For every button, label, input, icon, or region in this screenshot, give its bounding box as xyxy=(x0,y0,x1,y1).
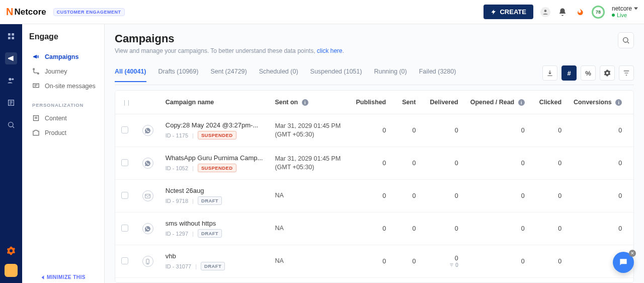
sidenav-item-label: Product xyxy=(45,129,66,136)
campaign-name: sms without https xyxy=(166,220,263,227)
tab-all[interactable]: All (40041) xyxy=(115,68,146,82)
create-button[interactable]: CREATE xyxy=(484,5,533,19)
delivered-filter[interactable]: 0 xyxy=(449,262,458,268)
cell-unsub xyxy=(628,180,634,213)
page-subtitle: View and manage your campaigns. To bette… xyxy=(115,47,344,54)
lightning-icon xyxy=(491,9,497,15)
tab-running[interactable]: Running (0) xyxy=(374,68,407,82)
cell-delivered: 0 xyxy=(422,213,464,245)
sent-on: Mar 31, 2029 01:45 PM(GMT +05:30) xyxy=(269,114,350,147)
chat-fab[interactable]: ✕ xyxy=(613,252,634,273)
brand-logo[interactable]: N Netcore xyxy=(6,6,46,18)
rail-settings[interactable] xyxy=(5,245,17,257)
col-published[interactable]: Published xyxy=(350,91,392,114)
info-icon[interactable]: i xyxy=(302,99,308,106)
topbar-right: CREATE 78 netcore Live xyxy=(484,5,638,19)
cell-delivered: 0 0 xyxy=(422,245,464,278)
cell-unsub xyxy=(628,114,634,147)
persona-icon[interactable] xyxy=(540,7,550,17)
info-icon[interactable]: i xyxy=(518,99,525,106)
cell-sent: 0 xyxy=(392,114,422,147)
bell-icon[interactable] xyxy=(557,7,568,17)
cell-published: 0 xyxy=(350,245,392,278)
tab-scheduled[interactable]: Scheduled (0) xyxy=(259,68,298,82)
table-row[interactable]: Nctest 26aug ID - 9718 | DRAFT NA 0 0 0 … xyxy=(115,180,634,213)
svg-point-10 xyxy=(38,73,39,75)
mode-percent-button[interactable]: % xyxy=(581,65,596,81)
rail-content[interactable] xyxy=(5,97,17,109)
svg-rect-1 xyxy=(8,33,11,36)
tab-failed[interactable]: Failed (3280) xyxy=(419,68,456,82)
cell-delivered: 0 xyxy=(422,114,464,147)
sidenav-title: Engage xyxy=(29,32,99,41)
tab-sent[interactable]: Sent (24729) xyxy=(210,68,247,82)
cell-clicked: 0 xyxy=(531,245,568,278)
topbar: N Netcore CUSTOMER ENGAGEMENT CREATE 78 … xyxy=(0,0,644,24)
info-icon[interactable]: i xyxy=(615,99,622,106)
create-button-label: CREATE xyxy=(500,8,526,16)
col-clicked[interactable]: Clicked xyxy=(531,91,568,114)
account-status: Live xyxy=(612,12,627,18)
delivered-stack: 0 0 xyxy=(428,255,458,268)
channel-whatsapp-icon xyxy=(142,125,153,136)
campaign-meta: ID - 9718 | DRAFT xyxy=(166,196,263,205)
sidenav-item-onsite[interactable]: On-site messages xyxy=(29,79,99,93)
row-checkbox[interactable] xyxy=(121,126,128,133)
col-conversions[interactable]: Conversions i xyxy=(568,91,628,114)
cell-delivered: 0 xyxy=(422,180,464,213)
download-button[interactable] xyxy=(542,65,557,81)
subtitle-link[interactable]: click here xyxy=(317,47,343,54)
rail-dashboard[interactable] xyxy=(5,30,17,42)
columns-settings-button[interactable] xyxy=(600,65,615,81)
col-sent[interactable]: Sent xyxy=(392,91,422,114)
col-senton[interactable]: Sent on i xyxy=(269,91,350,114)
row-checkbox[interactable] xyxy=(121,159,128,166)
rail-engage[interactable] xyxy=(5,52,17,64)
cell-clicked: 0 xyxy=(531,147,568,180)
minimize-sidenav[interactable]: MINIMIZE THIS xyxy=(22,274,104,280)
tab-drafts[interactable]: Drafts (10969) xyxy=(158,68,199,82)
row-checkbox[interactable] xyxy=(121,192,128,199)
col-name[interactable]: Campaign name xyxy=(159,91,269,114)
main-head: Campaigns View and manage your campaigns… xyxy=(115,32,634,54)
rail-profile[interactable] xyxy=(5,264,18,277)
mode-hash-button[interactable]: # xyxy=(561,65,577,81)
svg-point-0 xyxy=(544,10,547,12)
brand-tag: CUSTOMER ENGAGEMENT xyxy=(53,8,125,16)
campaign-id: ID - 1052 xyxy=(166,165,188,171)
campaign-id: ID - 9718 xyxy=(166,198,188,204)
table-row[interactable]: vhb ID - 31077 | DRAFT NA 0 0 0 0 0 0 0 xyxy=(115,245,634,278)
sidenav-item-label: Content xyxy=(45,115,67,122)
col-unsub[interactable]: Un xyxy=(628,91,634,114)
cell-conversions: 0 xyxy=(568,114,628,147)
fire-icon[interactable] xyxy=(575,7,585,17)
rail-audience[interactable] xyxy=(5,75,17,87)
row-checkbox[interactable] xyxy=(121,225,128,232)
campaign-id: ID - 1175 xyxy=(166,132,188,138)
status-badge: DRAFT xyxy=(201,262,225,270)
status-badge: SUSPENDED xyxy=(198,131,236,139)
table-row[interactable]: WhatsApp Guru Purnima Camp... ID - 1052 … xyxy=(115,147,634,180)
sidenav-item-campaigns[interactable]: Campaigns xyxy=(29,49,99,64)
sidenav-item-journey[interactable]: Journey xyxy=(29,64,99,79)
tab-suspended[interactable]: Suspended (1051) xyxy=(310,68,362,82)
brand-name: Netcore xyxy=(14,7,46,17)
row-checkbox[interactable] xyxy=(121,257,128,264)
score-ring[interactable]: 78 xyxy=(592,6,605,19)
status-badge: DRAFT xyxy=(198,196,222,205)
brand-logo-mark: N xyxy=(6,6,13,18)
col-opened[interactable]: Opened / Read i xyxy=(464,91,531,114)
table-row[interactable]: Copy:28 May 2024 @3:27pm-... ID - 1175 |… xyxy=(115,114,634,147)
sidenav-item-content[interactable]: Content xyxy=(29,111,99,125)
search-button[interactable] xyxy=(618,32,634,48)
sidenav-item-product[interactable]: Product xyxy=(29,125,99,140)
col-delivered[interactable]: Delivered xyxy=(422,91,464,114)
cell-published: 0 xyxy=(350,147,392,180)
filter-button[interactable] xyxy=(619,65,634,81)
rail-analytics[interactable] xyxy=(5,119,17,131)
account-switcher[interactable]: netcore Live xyxy=(612,6,638,18)
chat-close-icon[interactable]: ✕ xyxy=(629,250,636,257)
sort-indicator[interactable]: │ │ xyxy=(123,100,130,105)
table-row[interactable]: sms without https ID - 1297 | DRAFT NA 0… xyxy=(115,213,634,245)
status-badge: DRAFT xyxy=(198,229,222,238)
